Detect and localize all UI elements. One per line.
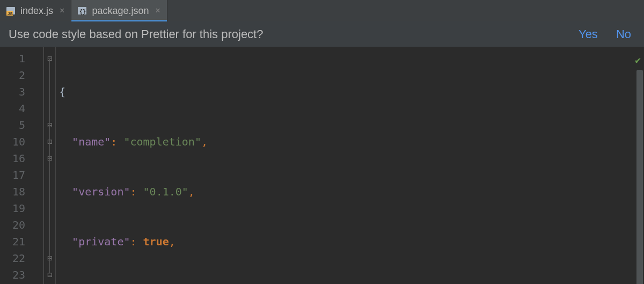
line-number: 1 bbox=[0, 50, 25, 67]
line-number: 17 bbox=[0, 167, 25, 184]
scrollbar-thumb[interactable] bbox=[636, 70, 643, 284]
tab-label: index.js bbox=[20, 5, 53, 17]
notification-no-link[interactable]: No bbox=[616, 27, 631, 41]
line-number: 4 bbox=[0, 100, 25, 117]
fold-gutter: ⊟ ⊞ ⊞ ⊟ ⊟ ⊟ bbox=[44, 47, 56, 284]
line-number: 22 bbox=[0, 250, 25, 267]
close-icon[interactable]: × bbox=[155, 6, 160, 16]
svg-text:JS: JS bbox=[8, 11, 13, 16]
line-number: 16 bbox=[0, 150, 25, 167]
code-area[interactable]: { "name": "completion", "version": "0.1.… bbox=[56, 47, 634, 284]
line-number: 3 bbox=[0, 84, 25, 100]
line-number: 10 bbox=[0, 134, 25, 150]
tab-label: package.json bbox=[92, 5, 149, 17]
line-number: 2 bbox=[0, 67, 25, 84]
line-number-gutter: 1 2 3 4 5 10 16 17 18 19 20 21 22 23 bbox=[0, 47, 44, 284]
prettier-notification-bar: Use code style based on Prettier for thi… bbox=[0, 21, 644, 47]
editor[interactable]: 1 2 3 4 5 10 16 17 18 19 20 21 22 23 ⊟ ⊞… bbox=[0, 47, 644, 284]
right-rail: ✔ bbox=[634, 47, 644, 284]
tab-bar: JS index.js × {} package.json × bbox=[0, 0, 644, 21]
tab-package-json[interactable]: {} package.json × bbox=[71, 0, 167, 21]
svg-text:{}: {} bbox=[79, 9, 86, 14]
editor-root: JS index.js × {} package.json × Use code… bbox=[0, 0, 644, 284]
notification-yes-link[interactable]: Yes bbox=[579, 27, 598, 41]
line-number: 5 bbox=[0, 117, 25, 134]
line-number: 19 bbox=[0, 200, 25, 217]
line-number: 21 bbox=[0, 234, 25, 250]
line-number: 20 bbox=[0, 217, 25, 234]
close-icon[interactable]: × bbox=[60, 6, 64, 16]
js-file-icon: JS bbox=[5, 5, 16, 16]
line-number: 23 bbox=[0, 267, 25, 283]
json-file-icon: {} bbox=[77, 5, 87, 16]
inspection-ok-icon[interactable]: ✔ bbox=[635, 52, 641, 68]
tab-index-js[interactable]: JS index.js × bbox=[0, 0, 71, 21]
line-number: 18 bbox=[0, 184, 25, 200]
notification-message: Use code style based on Prettier for thi… bbox=[9, 27, 579, 41]
